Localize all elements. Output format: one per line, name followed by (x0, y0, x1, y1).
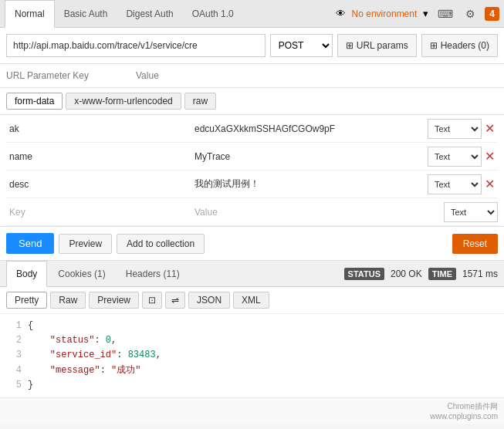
time-value: 1571 ms (462, 269, 498, 279)
url-bar: POST GET PUT DELETE ⊞ URL params ⊞ Heade… (0, 28, 504, 64)
body-type-urlencoded[interactable]: x-www-form-urlencoded (66, 93, 181, 110)
format-bar: Pretty Raw Preview ⊡ ⇌ JSON XML (0, 287, 504, 314)
resp-tab-cookies[interactable]: Cookies (1) (49, 261, 114, 287)
form-remove-btn-ak[interactable]: ✕ (482, 123, 498, 135)
url-input[interactable] (6, 34, 266, 57)
url-params-icon: ⊞ (346, 40, 353, 51)
line-num-4: 4 (6, 363, 22, 378)
code-content-1: { (28, 319, 33, 333)
indent-icon-btn[interactable]: ⇌ (165, 292, 185, 309)
headers-button[interactable]: ⊞ Headers (0) (421, 34, 498, 57)
tab-digest-auth[interactable]: Digest Auth (117, 0, 182, 28)
form-val-input-desc[interactable] (191, 176, 428, 193)
code-line-4: 4 "message": "成功" (6, 363, 498, 378)
fmt-btn-json[interactable]: JSON (188, 292, 230, 309)
form-val-input-ak[interactable] (191, 120, 428, 137)
action-bar: Send Preview Add to collection Reset (0, 227, 504, 261)
form-val-input-placeholder[interactable] (191, 204, 444, 221)
response-tabs: Body Cookies (1) Headers (11) STATUS 200… (0, 261, 504, 287)
code-content-2: "status": 0, (28, 333, 117, 348)
line-num-5: 5 (6, 378, 22, 393)
tab-oauth[interactable]: OAuth 1.0 (183, 0, 243, 28)
code-line-5: 5 } (6, 378, 498, 393)
fmt-btn-raw[interactable]: Raw (50, 292, 86, 309)
form-remove-btn-desc[interactable]: ✕ (482, 178, 498, 191)
line-num-2: 2 (6, 333, 22, 348)
footer-line2: www.cnplugins.com (6, 412, 498, 421)
form-val-name (191, 145, 428, 168)
code-content-4: "message": "成功" (28, 363, 140, 378)
footer: Chrome插件网 www.cnplugins.com (0, 397, 504, 424)
resp-tab-body[interactable]: Body (6, 261, 47, 287)
body-type-form-data[interactable]: form-data (6, 93, 63, 110)
line-num-3: 3 (6, 348, 22, 363)
wrap-icon-btn[interactable]: ⊡ (142, 292, 162, 309)
headers-icon: ⊞ (430, 40, 438, 51)
preview-button[interactable]: Preview (59, 234, 112, 254)
auth-bar: Normal Basic Auth Digest Auth OAuth 1.0 … (0, 0, 504, 28)
status-value: 200 OK (391, 269, 422, 279)
form-val-placeholder (191, 201, 444, 224)
form-type-select-placeholder[interactable]: Text File (444, 202, 498, 222)
form-val-input-name[interactable] (191, 148, 428, 165)
code-content-3: "service_id": 83483, (28, 348, 161, 363)
form-row-name: Text File ✕ (6, 143, 498, 171)
body-type-bar: form-data x-www-form-urlencoded raw (0, 88, 504, 115)
code-line-3: 3 "service_id": 83483, (6, 348, 498, 363)
form-row-ak: Text File ✕ (6, 115, 498, 143)
form-key-input-name[interactable] (6, 148, 191, 165)
param-value-label: Value (136, 67, 159, 84)
form-key-desc (6, 173, 191, 196)
no-env-arrow-icon: ▾ (423, 8, 428, 19)
keyboard-icon[interactable]: ⌨ (435, 6, 456, 22)
code-line-1: 1 { (6, 319, 498, 333)
tab-basic-auth[interactable]: Basic Auth (55, 0, 117, 28)
status-badges: STATUS 200 OK TIME 1571 ms (344, 268, 498, 280)
url-params-label: URL params (357, 40, 408, 51)
headers-label: Headers (0) (441, 40, 489, 51)
auth-bar-right: 👁 No environment ▾ ⌨ ⚙ 4 (336, 6, 499, 22)
params-row: URL Parameter Key Value (0, 64, 504, 88)
footer-line1: Chrome插件网 (6, 401, 498, 412)
form-key-placeholder (6, 201, 191, 224)
settings-icon[interactable]: ⚙ (462, 6, 479, 22)
send-button[interactable]: Send (6, 233, 54, 254)
eye-icon: 👁 (336, 8, 346, 19)
param-key-label: URL Parameter Key (6, 67, 130, 84)
tab-normal[interactable]: Normal (5, 0, 55, 28)
form-row-placeholder: Text File (6, 198, 498, 226)
form-key-ak (6, 117, 191, 140)
fmt-btn-pretty[interactable]: Pretty (6, 292, 47, 309)
form-remove-btn-name[interactable]: ✕ (482, 150, 498, 163)
form-type-select-desc[interactable]: Text File (428, 174, 482, 194)
code-line-2: 2 "status": 0, (6, 333, 498, 348)
status-label: STATUS (344, 268, 384, 280)
fmt-btn-xml[interactable]: XML (233, 292, 269, 309)
form-key-input-desc[interactable] (6, 176, 191, 193)
form-key-input-placeholder[interactable] (6, 204, 191, 221)
notification-badge: 4 (485, 7, 499, 21)
form-row-desc: Text File ✕ (6, 171, 498, 198)
code-content-5: } (28, 378, 33, 393)
method-select[interactable]: POST GET PUT DELETE (270, 34, 333, 57)
code-area: 1 { 2 "status": 0, 3 "service_id": 83483… (0, 314, 504, 397)
form-val-ak (191, 117, 428, 140)
url-params-button[interactable]: ⊞ URL params (337, 34, 417, 57)
no-env-dropdown[interactable]: No environment (352, 8, 418, 19)
add-to-collection-button[interactable]: Add to collection (117, 234, 205, 254)
form-key-name (6, 145, 191, 168)
form-area: Text File ✕ Text File ✕ Text File ✕ (0, 115, 504, 227)
time-label: TIME (428, 268, 456, 280)
form-val-desc (191, 173, 428, 196)
line-num-1: 1 (6, 319, 22, 333)
body-type-raw[interactable]: raw (184, 93, 216, 110)
fmt-btn-preview[interactable]: Preview (89, 292, 139, 309)
resp-tab-headers[interactable]: Headers (11) (117, 261, 189, 287)
reset-button[interactable]: Reset (452, 234, 498, 254)
form-type-select-ak[interactable]: Text File (428, 119, 482, 139)
form-type-select-name[interactable]: Text File (428, 147, 482, 167)
form-key-input-ak[interactable] (6, 120, 191, 137)
